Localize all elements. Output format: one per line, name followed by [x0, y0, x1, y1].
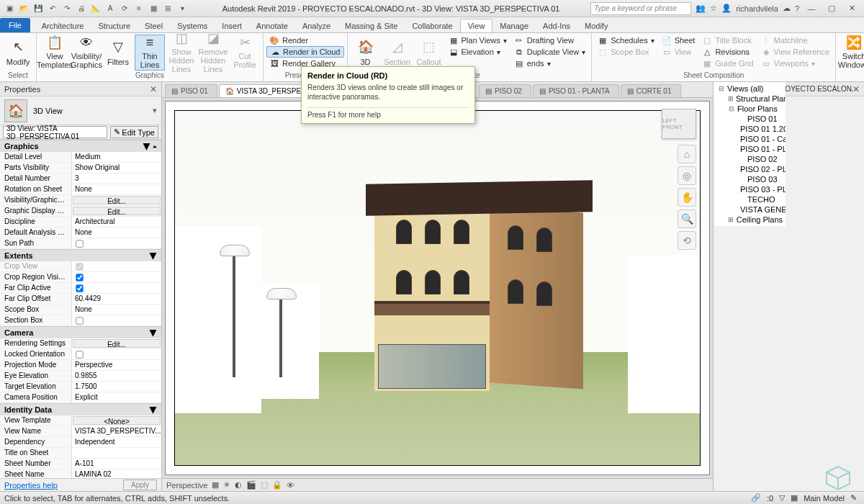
tree-item[interactable]: PISO 03 [714, 174, 786, 184]
vg-overrides-button[interactable]: Edit... [73, 196, 161, 204]
dependency-field[interactable]: Independent [72, 437, 161, 447]
lock-icon[interactable]: 🔒 [272, 480, 282, 490]
detail-num-field[interactable]: 3 [72, 174, 161, 184]
tree-item[interactable]: PISO 01 - PLANTA [714, 144, 786, 154]
tab-addins[interactable]: Add-Ins [536, 19, 577, 32]
tab-structure[interactable]: Structure [91, 19, 138, 32]
visibility-graphics-button[interactable]: 👁Visibility/ Graphics [71, 35, 102, 71]
discipline-field[interactable]: Architectural [72, 217, 161, 227]
username-label[interactable]: richardvilela [736, 4, 778, 13]
edit-type-button[interactable]: ✎Edit Type [110, 126, 158, 138]
viewcube[interactable]: LEFT FRONT [662, 109, 696, 139]
scope-box-field[interactable]: None [72, 305, 161, 315]
view-tab-0[interactable]: ▤PISO 01 [165, 84, 217, 97]
tab-file[interactable]: File [0, 18, 30, 32]
tree-item[interactable]: PISO 01 [714, 114, 786, 124]
dropdown-icon[interactable]: ▾ [176, 2, 189, 15]
view-template-button[interactable]: <None> [73, 416, 161, 425]
view-tab-2[interactable]: ▤PISO 02 [479, 84, 531, 97]
modify-button[interactable]: ↖Modify [3, 35, 33, 71]
tab-manage[interactable]: Manage [492, 19, 536, 32]
view-templates-button[interactable]: 📋View Templates [40, 35, 70, 71]
selection-count[interactable]: :0 [764, 494, 776, 503]
tab-annotate[interactable]: Annotate [249, 19, 295, 32]
view-tab-1[interactable]: 🏠VISTA 3D_PERSPE [219, 84, 310, 97]
visual-style-icon[interactable]: ▦ [212, 480, 219, 490]
crop-region[interactable] [174, 110, 701, 466]
sun-path-icon[interactable]: ☀ [223, 480, 230, 490]
thin-lines-button[interactable]: ≡Thin Lines [135, 35, 165, 71]
cat-identity[interactable]: Identity Data⯆ [0, 403, 161, 415]
sb-workset-icon[interactable]: ▦ [788, 493, 801, 503]
tab-modify[interactable]: Modify [577, 19, 615, 32]
house-model[interactable] [374, 175, 583, 413]
rotation-field[interactable]: None [72, 184, 161, 194]
expand-icon[interactable]: ⊟ [718, 85, 725, 92]
scope-box-button[interactable]: ⬚Scope Box [595, 46, 657, 58]
properties-help-link[interactable]: Properties help [4, 481, 58, 490]
nav-wheel-icon[interactable]: ◎ [678, 166, 696, 185]
cat-camera[interactable]: Camera⯆ [0, 326, 161, 338]
graphic-display-button[interactable]: Edit... [73, 207, 161, 215]
tab-systems[interactable]: Systems [170, 19, 215, 32]
help-icon[interactable]: ? [795, 4, 799, 13]
target-elev-field[interactable]: 1.7500 [72, 382, 161, 392]
parts-vis-field[interactable]: Show Original [72, 163, 161, 173]
tree-item[interactable]: ⊟Floor Plans [714, 104, 786, 114]
open-icon[interactable]: 📂 [17, 2, 30, 15]
cat-graphics[interactable]: Graphics⯆ ▴ [0, 140, 161, 152]
expand-icon[interactable]: ⊞ [728, 95, 734, 102]
infocenter-icon[interactable]: 👥 [696, 4, 706, 13]
crop-checkbox[interactable] [72, 261, 161, 271]
print-icon[interactable]: 🖨 [75, 2, 88, 15]
type-selector[interactable]: 🏠 3D View ▾ [0, 96, 161, 125]
minimize-button[interactable]: — [804, 2, 819, 15]
render-cloud-button[interactable]: ☁Render in Cloud [266, 46, 344, 58]
title-block-button[interactable]: ▢Title Block [699, 35, 756, 46]
close-hidden-icon[interactable]: ▦ [147, 2, 160, 15]
properties-close-icon[interactable]: ✕ [150, 84, 157, 94]
sheet-button[interactable]: 📄Sheet [659, 35, 698, 46]
expand-icon[interactable]: ⊞ [728, 216, 734, 223]
dimension-icon[interactable]: A [104, 2, 117, 15]
maximize-button[interactable]: ▢ [824, 2, 840, 15]
viewports-button[interactable]: ▭Viewports ▾ [758, 58, 832, 69]
tree-item[interactable]: PISO 02 [714, 154, 786, 164]
analysis-field[interactable]: None [72, 228, 161, 238]
revit-logo-icon[interactable]: ▣ [3, 2, 16, 15]
redo-icon[interactable]: ↷ [60, 2, 73, 15]
undo-icon[interactable]: ↶ [46, 2, 59, 15]
star-icon[interactable]: ☆ [710, 4, 717, 13]
cut-profile-button[interactable]: ✂Cut Profile [230, 35, 260, 71]
sb-filter-icon[interactable]: ▽ [776, 493, 788, 503]
view-button[interactable]: ▭View [659, 46, 698, 58]
chevron-down-icon[interactable]: ▾ [153, 106, 157, 115]
show-hidden-button[interactable]: ◫Show Hidden Lines [166, 35, 197, 71]
tree-item[interactable]: PISO 01 1.200 [714, 124, 786, 134]
callout-button[interactable]: ⬚Callout [414, 35, 444, 71]
expand-icon[interactable]: ⊟ [728, 105, 735, 112]
tree-item[interactable]: ⊟3D Views [714, 225, 786, 226]
projection-field[interactable]: Perspective [72, 360, 161, 370]
farclip-checkbox[interactable] [72, 283, 161, 293]
reveal-icon[interactable]: 👁 [287, 481, 294, 490]
tab-analyze[interactable]: Analyze [295, 19, 338, 32]
render-button[interactable]: 🎨Render [266, 35, 344, 46]
schedules-button[interactable]: ▦Schedules ▾ [595, 35, 657, 46]
nav-pan-icon[interactable]: ✋ [678, 188, 696, 207]
close-button[interactable]: ✕ [844, 2, 860, 15]
browser-close-icon[interactable]: ✕ [852, 84, 860, 94]
sheet-name-field[interactable]: LAMINA 02 [72, 469, 161, 478]
plan-views-button[interactable]: ▦Plan Views ▾ [446, 35, 510, 46]
thin-lines-icon[interactable]: ≡ [132, 2, 145, 15]
section-button[interactable]: ◿Section [382, 35, 413, 71]
matchline-button[interactable]: ⋮Matchline [758, 35, 832, 46]
apply-button[interactable]: Apply [123, 480, 157, 490]
switch-windows-button[interactable]: 🔀Switch Windows [839, 35, 864, 71]
render-show-icon[interactable]: 🎬 [246, 480, 256, 490]
cropvis-checkbox[interactable] [72, 272, 161, 282]
drafting-view-button[interactable]: ✏Drafting View [511, 35, 589, 46]
tree-item[interactable]: PISO 02 - PLANTA [714, 164, 786, 174]
detail-level-field[interactable]: Medium [72, 152, 161, 162]
legends-button[interactable]: ▤ends ▾ [511, 58, 589, 69]
